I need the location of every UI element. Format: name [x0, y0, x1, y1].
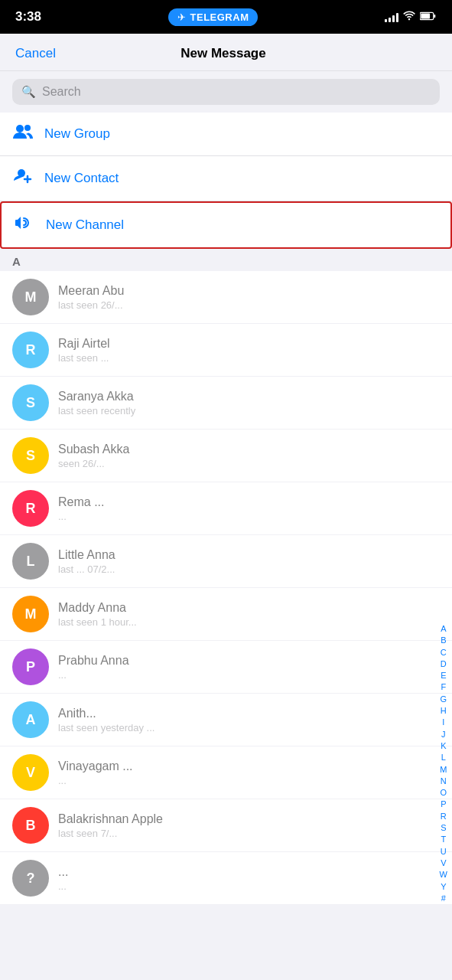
contact-name: Saranya Akka [58, 390, 440, 403]
alpha-R[interactable]: R [439, 811, 448, 822]
contact-name: Little Anna [58, 548, 440, 562]
contact-info: Vinayagam ... ... [58, 760, 440, 786]
new-group-label: New Group [44, 126, 110, 142]
page-title: New Message [180, 46, 266, 61]
status-time: 3:38 [15, 9, 41, 24]
new-group-item[interactable]: New Group [0, 113, 452, 156]
contact-item[interactable]: R Rema ... ... [0, 482, 452, 535]
alpha-A[interactable]: A [439, 623, 447, 634]
contact-item[interactable]: V Vinayagam ... ... [0, 746, 452, 799]
contact-info: Anith... last seen yesterday ... [58, 707, 440, 733]
group-icon [12, 123, 34, 145]
contact-info: ... ... [58, 865, 440, 892]
avatar: ? [12, 860, 49, 897]
avatar: L [12, 543, 49, 580]
new-channel-item[interactable]: New Channel [0, 201, 452, 249]
avatar: M [12, 596, 49, 632]
contact-status: seen 26/... [58, 458, 440, 469]
contact-status: last seen ... [58, 352, 440, 364]
alpha-N[interactable]: N [439, 776, 448, 786]
svg-rect-1 [434, 14, 435, 17]
wifi-icon [403, 11, 415, 23]
new-contact-label: New Contact [44, 171, 119, 186]
contact-name: Rema ... [58, 495, 440, 509]
alpha-T[interactable]: T [439, 834, 447, 844]
avatar: V [12, 754, 49, 791]
svg-point-4 [24, 125, 31, 131]
alpha-I[interactable]: I [441, 717, 446, 727]
battery-icon [420, 11, 437, 23]
alpha-V[interactable]: V [439, 858, 447, 868]
contact-status: last ... 07/2... [58, 564, 440, 575]
alpha-D[interactable]: D [439, 658, 448, 669]
alpha-J[interactable]: J [440, 729, 447, 740]
contact-status: ... [58, 669, 440, 681]
contact-info: Subash Akka seen 26/... [58, 443, 440, 469]
alpha-M[interactable]: M [438, 764, 448, 775]
main-container: Cancel New Message 🔍 Search New Group [0, 34, 452, 980]
contact-item[interactable]: L Little Anna last ... 07/2... [0, 535, 452, 588]
alpha-E[interactable]: E [439, 670, 447, 681]
avatar: A [12, 701, 49, 738]
alpha-G[interactable]: G [439, 694, 449, 704]
search-bar[interactable]: 🔍 Search [12, 79, 440, 105]
contact-info: Saranya Akka last seen recently [58, 390, 440, 416]
contact-add-icon [12, 167, 34, 190]
telegram-arrow-icon: ✈ [177, 11, 186, 23]
alpha-W[interactable]: W [438, 869, 449, 880]
alpha-F[interactable]: F [439, 681, 447, 692]
alpha-P[interactable]: P [439, 799, 447, 809]
contact-name: Maddy Anna [58, 601, 440, 615]
avatar: R [12, 332, 49, 368]
contact-name: Prabhu Anna [58, 654, 440, 668]
contact-name: Vinayagam ... [58, 760, 440, 773]
contact-item[interactable]: R Raji Airtel last seen ... [0, 324, 452, 377]
telegram-badge: ✈ TELEGRAM [168, 8, 259, 26]
contact-info: Balakrishnan Apple last seen 7/... [58, 812, 440, 839]
alpha-Y[interactable]: Y [439, 881, 447, 892]
avatar: S [12, 384, 49, 421]
contact-item[interactable]: M Maddy Anna last seen 1 hour... [0, 588, 452, 641]
search-input[interactable]: Search [42, 85, 81, 99]
channel-icon [14, 214, 35, 237]
contact-status: ... [58, 775, 440, 786]
contact-name: ... [58, 865, 440, 879]
alpha-C[interactable]: C [439, 647, 448, 658]
alpha-B[interactable]: B [439, 635, 447, 645]
avatar: P [12, 648, 49, 685]
cancel-button[interactable]: Cancel [15, 46, 56, 61]
contact-item[interactable]: P Prabhu Anna ... [0, 641, 452, 694]
svg-point-3 [16, 125, 24, 132]
contact-status: last seen recently [58, 405, 440, 416]
contact-name: Subash Akka [58, 443, 440, 456]
contact-item[interactable]: S Saranya Akka last seen recently [0, 377, 452, 430]
alpha-hash[interactable]: # [440, 893, 447, 903]
contact-info: Raji Airtel last seen ... [58, 337, 440, 364]
alpha-H[interactable]: H [439, 705, 448, 716]
search-icon: 🔍 [21, 85, 36, 99]
contact-item[interactable]: M Meeran Abu last seen 26/... [0, 271, 452, 324]
avatar: B [12, 807, 49, 844]
telegram-app-label: TELEGRAM [190, 11, 249, 23]
contact-item[interactable]: A Anith... last seen yesterday ... [0, 694, 452, 746]
contact-name: Meeran Abu [58, 284, 440, 298]
avatar: S [12, 437, 49, 474]
alphabet-index[interactable]: A B C D E F G H I J K L M N O P R S T U … [438, 623, 449, 903]
contact-item[interactable]: ? ... ... [0, 852, 452, 905]
menu-section: New Group New Contact New [0, 113, 452, 249]
new-contact-item[interactable]: New Contact [0, 156, 452, 201]
avatar: R [12, 490, 49, 527]
alpha-K[interactable]: K [439, 740, 447, 751]
section-header-a: A [0, 249, 452, 271]
alpha-S[interactable]: S [439, 822, 447, 833]
search-container: 🔍 Search [0, 71, 452, 113]
alpha-U[interactable]: U [439, 846, 448, 857]
nav-bar: Cancel New Message [0, 34, 452, 71]
alpha-O[interactable]: O [439, 787, 449, 798]
contact-status: last seen 26/... [58, 299, 440, 311]
alpha-L[interactable]: L [440, 752, 447, 763]
status-bar: 3:38 ✈ TELEGRAM [0, 0, 452, 34]
contact-item[interactable]: B Balakrishnan Apple last seen 7/... [0, 799, 452, 852]
contact-status: last seen 7/... [58, 828, 440, 839]
contact-item[interactable]: S Subash Akka seen 26/... [0, 430, 452, 482]
